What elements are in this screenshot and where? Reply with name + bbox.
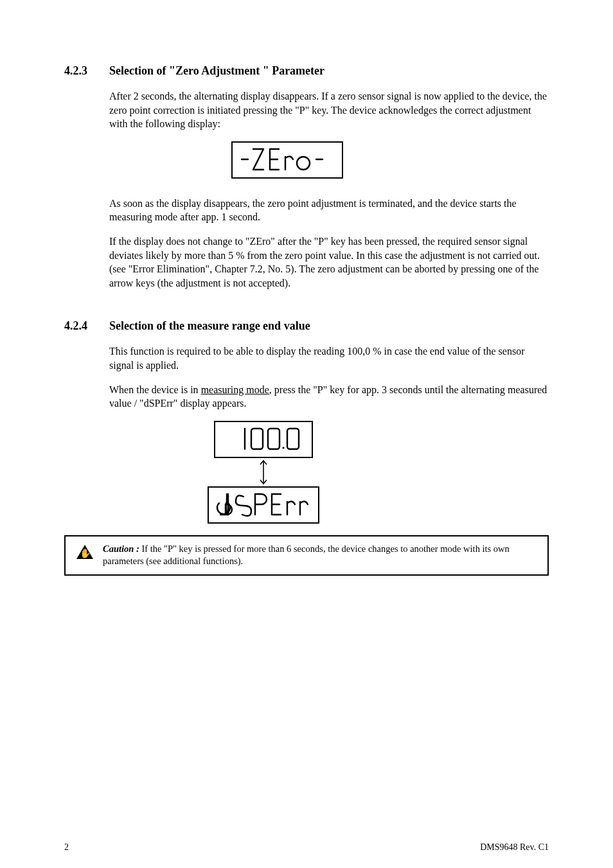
svg-rect-4 — [251, 429, 263, 449]
seven-segment-100-icon — [222, 425, 305, 453]
section-title-zero-adjustment: Selection of "Zero Adjustment " Paramete… — [109, 64, 549, 78]
text-fragment: When the device is in — [109, 384, 201, 395]
paragraph-text: As soon as the display disappears, the z… — [109, 197, 549, 224]
lcd-box — [231, 141, 343, 179]
caution-box: ✋ Caution : If the "P" key is pressed fo… — [64, 535, 549, 576]
double-arrow-icon — [257, 458, 270, 486]
paragraph-text: After 2 seconds, the alternating display… — [109, 89, 549, 131]
section-number-4-2-3: 4.2.3 — [64, 64, 109, 78]
svg-text:✋: ✋ — [80, 548, 91, 559]
paragraph-text: When the device is in measuring mode, pr… — [109, 383, 549, 411]
lcd-box-top — [214, 421, 313, 458]
lcd-alternating-display — [199, 421, 328, 524]
paragraph-text: If the display does not change to "ZEro"… — [109, 235, 549, 290]
document-page: 4.2.3 Selection of "Zero Adjustment " Pa… — [0, 0, 613, 868]
section-title-measure-range-end: Selection of the measure range end value — [109, 319, 549, 333]
seven-segment-dsperr-icon — [215, 490, 312, 518]
caution-body: If the "P" key is pressed for more than … — [103, 544, 510, 567]
warning-triangle-icon: ✋ — [76, 544, 94, 560]
lcd-box-bottom — [208, 486, 319, 524]
seven-segment-zero-icon — [239, 145, 335, 173]
underlined-text: measuring mode — [201, 384, 269, 395]
svg-rect-7 — [287, 429, 299, 449]
caution-label: Caution : — [103, 544, 139, 554]
lcd-display-zero — [231, 141, 549, 179]
paragraph-text: This function is required to be able to … — [109, 344, 549, 372]
svg-point-6 — [282, 447, 284, 448]
caution-text: Caution : If the "P" key is pressed for … — [103, 543, 537, 568]
section-number-4-2-4: 4.2.4 — [64, 319, 109, 333]
doc-revision: DMS9648 Rev. C1 — [480, 842, 549, 853]
svg-point-1 — [297, 157, 310, 170]
svg-rect-5 — [268, 429, 280, 449]
page-number: 2 — [64, 842, 69, 853]
